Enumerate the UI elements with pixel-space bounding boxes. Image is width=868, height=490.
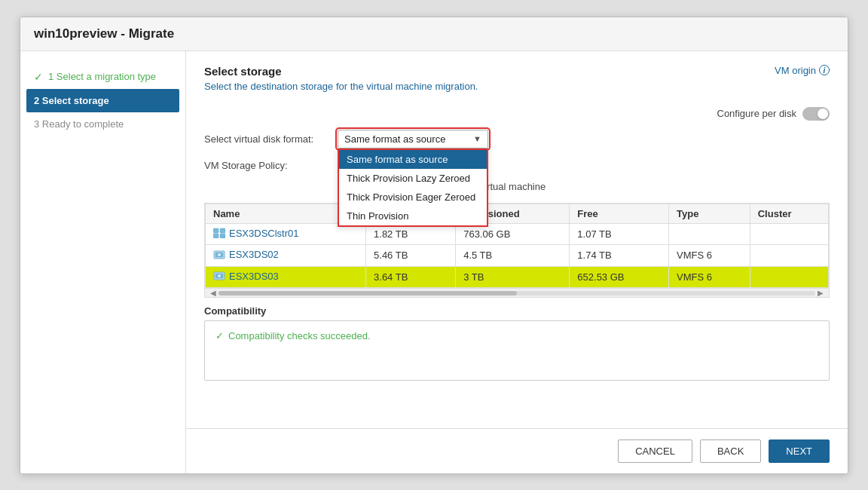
disk-format-row: Select virtual disk format: Same format … <box>204 130 830 149</box>
disk-format-dropdown[interactable]: Same format as source ▼ <box>338 130 488 149</box>
scroll-right-arrow[interactable]: ▶ <box>815 289 826 297</box>
scroll-left-arrow[interactable]: ◀ <box>208 289 219 297</box>
ds-cluster <box>750 223 828 245</box>
ds-capacity: 5.46 TB <box>366 245 456 267</box>
ds-free: 1.07 TB <box>570 223 669 245</box>
sidebar-step3-label: 3 Ready to complete <box>34 118 124 130</box>
compatibility-title: Compatibility <box>204 305 830 317</box>
ds-cluster <box>750 266 828 288</box>
svg-rect-3 <box>220 234 225 238</box>
check-success-icon: ✓ <box>215 330 224 341</box>
ds-icon: ESX3DSClstr01 <box>213 228 298 239</box>
col-type: Type <box>669 204 750 223</box>
disk-format-menu: Same format as source Thick Provision La… <box>338 149 488 227</box>
svg-rect-0 <box>213 228 219 233</box>
table-row[interactable]: ESX3DS033.64 TB3 TB652.53 GBVMFS 6 <box>206 266 829 288</box>
next-button[interactable]: NEXT <box>769 439 830 463</box>
ds-icon: ESX3DS02 <box>213 249 279 260</box>
footer: CANCEL BACK NEXT <box>186 428 848 473</box>
ds-icon: ESX3DS03 <box>213 271 279 282</box>
section-desc: Select the destination storage for the v… <box>204 81 478 92</box>
col-free: Free <box>570 204 669 223</box>
toggle-knob <box>818 109 828 119</box>
compatibility-success: ✓ Compatibility checks succeeded. <box>215 330 818 341</box>
storage-table: Name Capacity Provisioned Free Type Clus… <box>205 204 829 289</box>
sidebar-item-step1[interactable]: ✓ 1 Select a migration type <box>20 65 185 89</box>
storage-table-container: Name Capacity Provisioned Free Type Clus… <box>204 203 830 299</box>
window-title: win10preview - Migrate <box>20 17 848 51</box>
sidebar-item-step3[interactable]: 3 Ready to complete <box>20 112 185 136</box>
svg-rect-1 <box>220 228 225 233</box>
ds-cluster <box>750 245 828 267</box>
ds-name: ESX3DS03 <box>229 271 279 282</box>
vm-storage-policy-row: VM Storage Policy: Datastore Default ▼ <box>204 156 830 175</box>
sidebar-step1-label: 1 Select a migration type <box>48 71 156 82</box>
configure-per-disk-toggle[interactable] <box>802 107 830 121</box>
table-row[interactable]: ESX3DSClstr011.82 TB763.06 GB1.07 TB <box>206 223 829 245</box>
compatibility-section: Compatibility ✓ Compatibility checks suc… <box>204 305 830 381</box>
ds-type <box>669 223 750 245</box>
disk-format-option-1[interactable]: Thick Provision Lazy Zeroed <box>339 169 487 188</box>
storage-table-scroll[interactable]: Name Capacity Provisioned Free Type Clus… <box>205 204 829 289</box>
ds-provisioned: 4.5 TB <box>456 245 570 267</box>
cancel-button[interactable]: CANCEL <box>618 439 692 463</box>
ds-type: VMFS 6 <box>669 245 750 267</box>
vm-origin-link[interactable]: VM origin i <box>775 65 830 76</box>
migrate-window: win10preview - Migrate ✓ 1 Select a migr… <box>20 17 848 474</box>
sidebar-step2-label: 2 Select storage <box>34 95 109 106</box>
compatibility-message: Compatibility checks succeeded. <box>228 330 371 341</box>
table-row[interactable]: ESX3DS025.46 TB4.5 TB1.74 TBVMFS 6 <box>206 245 829 267</box>
ds-free: 652.53 GB <box>570 266 669 288</box>
vm-storage-policy-label: VM Storage Policy: <box>204 160 329 171</box>
main-content: Select storage Select the destination st… <box>186 51 848 428</box>
svg-rect-2 <box>213 234 219 238</box>
content-header: Select storage Select the destination st… <box>204 65 830 104</box>
horizontal-scrollbar[interactable]: ◀ ▶ <box>205 288 829 297</box>
svg-point-6 <box>218 253 221 256</box>
scroll-track <box>219 291 815 296</box>
vm-origin-label: VM origin <box>775 65 816 76</box>
disk-format-selected-value: Same format as source <box>344 133 445 145</box>
sidebar: ✓ 1 Select a migration type 2 Select sto… <box>20 51 186 473</box>
back-button[interactable]: BACK <box>700 439 761 463</box>
disk-format-dropdown-wrapper: Same format as source ▼ Same format as s… <box>338 130 488 149</box>
col-cluster: Cluster <box>750 204 828 223</box>
ds-name: ESX3DSClstr01 <box>229 228 298 239</box>
scroll-thumb <box>219 291 517 296</box>
chevron-down-icon: ▼ <box>473 134 481 143</box>
info-icon: i <box>819 65 830 75</box>
configure-per-disk-label: Configure per disk <box>717 108 797 119</box>
svg-point-9 <box>218 274 221 277</box>
section-desc-text: Select the destination storage for the v… <box>204 81 478 92</box>
configure-per-disk-row: Configure per disk <box>204 107 830 121</box>
check-icon: ✓ <box>34 71 43 83</box>
ds-capacity: 3.64 TB <box>366 266 456 288</box>
disk-format-label: Select virtual disk format: <box>204 133 329 145</box>
disk-format-option-2[interactable]: Thick Provision Eager Zeroed <box>339 188 487 207</box>
title-text: win10preview - Migrate <box>34 26 174 41</box>
disk-format-option-3[interactable]: Thin Provision <box>339 207 487 225</box>
compatibility-box: ✓ Compatibility checks succeeded. <box>204 320 830 381</box>
sidebar-item-step2[interactable]: 2 Select storage <box>26 89 179 112</box>
ds-provisioned: 3 TB <box>456 266 570 288</box>
section-title: Select storage <box>204 65 478 78</box>
disk-format-option-0[interactable]: Same format as source <box>339 150 487 169</box>
ds-type: VMFS 6 <box>669 266 750 288</box>
ds-free: 1.74 TB <box>570 245 669 267</box>
ds-name: ESX3DS02 <box>229 249 279 260</box>
